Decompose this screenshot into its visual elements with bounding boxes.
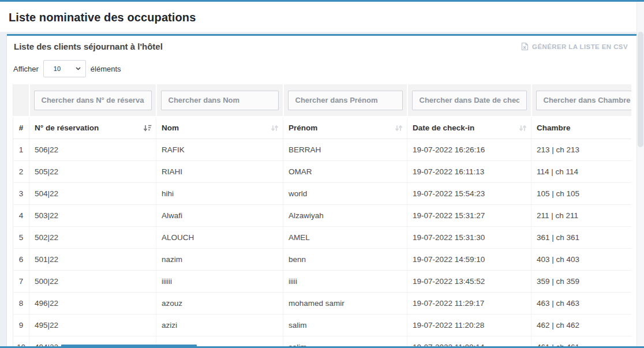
table-row: 3504|22hihiworld19-07-2022 15:54:23105 |… — [13, 183, 632, 205]
excel-file-icon — [521, 42, 529, 51]
sort-desc-icon[interactable] — [143, 125, 152, 132]
panel-title: Liste des clients séjournant à l'hôtel — [14, 42, 163, 51]
header-index-label: # — [19, 124, 24, 132]
prenom-cell: world — [283, 183, 407, 205]
chambre-cell: 359 | ch 359 — [531, 271, 632, 293]
content-area: Liste des clients séjournant à l'hôtel G… — [0, 32, 644, 348]
chambre-cell: 213 | ch 213 — [531, 139, 632, 161]
chambre-cell: 361 | ch 361 — [531, 227, 632, 249]
table-container: # N° de réservation — [13, 84, 631, 348]
chambre-cell: 211 | ch 211 — [531, 205, 632, 227]
nom-cell: azizi — [156, 315, 283, 336]
search-input-reservation[interactable] — [34, 91, 152, 110]
reservation-cell: 502|22 — [29, 227, 156, 249]
page-length-select[interactable]: 10 — [43, 60, 86, 77]
nom-cell: RIAHI — [156, 161, 283, 183]
checkin-cell: 19-07-2022 11:20:28 — [407, 315, 531, 336]
chambre-cell: 462 | ch 462 — [531, 315, 632, 336]
vertical-scrollbar-thumb[interactable] — [638, 32, 643, 147]
occupations-table: # N° de réservation — [13, 84, 631, 348]
generate-csv-label: GÉNÉRER LA LISTE EN CSV — [532, 43, 628, 50]
search-cell-checkin — [407, 84, 531, 117]
header-checkin-label: Date de check-in — [413, 124, 474, 132]
column-header-row: # N° de réservation — [13, 117, 632, 139]
header-chambre-label: Chambre — [537, 124, 571, 132]
search-cell-nom — [156, 84, 283, 117]
header-nom[interactable]: Nom — [156, 117, 283, 139]
search-cell-chambre — [531, 84, 632, 117]
table-row: 8496|22azouzmohamed samir19-07-2022 11:2… — [13, 293, 632, 315]
length-label-suffix: éléments — [91, 65, 121, 73]
checkin-cell: 19-07-2022 11:29:17 — [407, 293, 531, 315]
table-row: 4503|22AlwafiAlzawiyah19-07-2022 15:31:2… — [13, 205, 632, 227]
prenom-cell: AMEL — [283, 227, 407, 249]
search-cell-reservation — [29, 84, 156, 117]
prenom-cell: benn — [283, 249, 407, 271]
length-label-prefix: Afficher — [13, 65, 39, 73]
sort-both-icon[interactable] — [271, 125, 279, 132]
checkin-cell: 19-07-2022 15:54:23 — [407, 183, 531, 205]
table-row: 2505|22RIAHIOMAR19-07-2022 16:11:13114 |… — [13, 161, 632, 183]
reservation-cell: 495|22 — [29, 315, 156, 336]
reservation-cell: 506|22 — [29, 139, 156, 161]
sort-both-icon[interactable] — [519, 125, 527, 132]
prenom-cell: iiiii — [283, 271, 407, 293]
prenom-cell: BERRAH — [283, 139, 407, 161]
checkin-cell: 19-07-2022 13:45:52 — [407, 271, 531, 293]
reservation-cell: 505|22 — [29, 161, 156, 183]
row-index-cell: 2 — [13, 161, 29, 183]
row-index-cell: 9 — [13, 315, 29, 336]
chambre-cell: 114 | ch 114 — [531, 161, 632, 183]
header-chambre[interactable]: Chambre — [531, 117, 632, 139]
panel-header: Liste des clients séjournant à l'hôtel G… — [7, 36, 637, 54]
table-row: 7500|22iiiiiiiiiii19-07-2022 13:45:52359… — [13, 271, 632, 293]
vertical-scrollbar-track[interactable] — [636, 2, 644, 346]
page-length-select-wrap: 10 — [43, 60, 86, 77]
nom-cell: RAFIK — [156, 139, 283, 161]
reservation-cell: 496|22 — [29, 293, 156, 315]
row-index-cell: 3 — [13, 183, 29, 205]
sort-both-icon[interactable] — [395, 125, 403, 132]
reservation-cell: 501|22 — [29, 249, 156, 271]
header-prenom[interactable]: Prénom — [283, 117, 407, 139]
table-row: 9495|22azizisalim19-07-2022 11:20:28462 … — [13, 315, 632, 336]
row-index-cell: 7 — [13, 271, 29, 293]
page-length-control: Afficher 10 éléments — [7, 54, 637, 77]
chambre-cell: 105 | ch 105 — [531, 183, 632, 205]
header-nom-label: Nom — [162, 124, 179, 132]
nom-cell: nazim — [156, 249, 283, 271]
horizontal-scrollbar-thumb[interactable] — [61, 345, 197, 348]
reservation-cell: 503|22 — [29, 205, 156, 227]
search-cell-index — [13, 84, 29, 117]
row-index-cell: 4 — [13, 205, 29, 227]
nom-cell: azouz — [156, 293, 283, 315]
row-index-cell: 8 — [13, 293, 29, 315]
search-input-checkin[interactable] — [412, 91, 527, 110]
checkin-cell: 19-07-2022 15:31:27 — [407, 205, 531, 227]
row-index-cell: 5 — [13, 227, 29, 249]
table-row: 5502|22ALOUCHAMEL19-07-2022 15:31:30361 … — [13, 227, 632, 249]
prenom-cell: OMAR — [283, 161, 407, 183]
table-row: 1506|22RAFIKBERRAH19-07-2022 16:26:16213… — [13, 139, 632, 161]
search-input-prenom[interactable] — [288, 91, 403, 110]
header-index: # — [13, 117, 29, 139]
nom-cell: iiiiii — [156, 271, 283, 293]
nom-cell: Alwafi — [156, 205, 283, 227]
header-reservation[interactable]: N° de réservation — [29, 117, 156, 139]
header-prenom-label: Prénom — [289, 124, 317, 132]
nom-cell: ALOUCH — [156, 227, 283, 249]
nom-cell: hihi — [156, 183, 283, 205]
prenom-cell: mohamed samir — [283, 293, 407, 315]
reservation-cell: 500|22 — [29, 271, 156, 293]
column-search-row — [13, 84, 632, 117]
checkin-cell: 19-07-2022 14:59:10 — [407, 249, 531, 271]
content-header: Liste nominative des occupations — [0, 2, 644, 32]
header-checkin[interactable]: Date de check-in — [407, 117, 531, 139]
generate-csv-button[interactable]: GÉNÉRER LA LISTE EN CSV — [521, 42, 628, 51]
chambre-cell: 463 | ch 463 — [531, 293, 632, 315]
search-input-chambre[interactable] — [536, 91, 632, 110]
row-index-cell: 1 — [13, 139, 29, 161]
table-row: 6501|22nazimbenn19-07-2022 14:59:10403 |… — [13, 249, 632, 271]
search-input-nom[interactable] — [161, 91, 279, 110]
checkin-cell: 19-07-2022 15:31:30 — [407, 227, 531, 249]
